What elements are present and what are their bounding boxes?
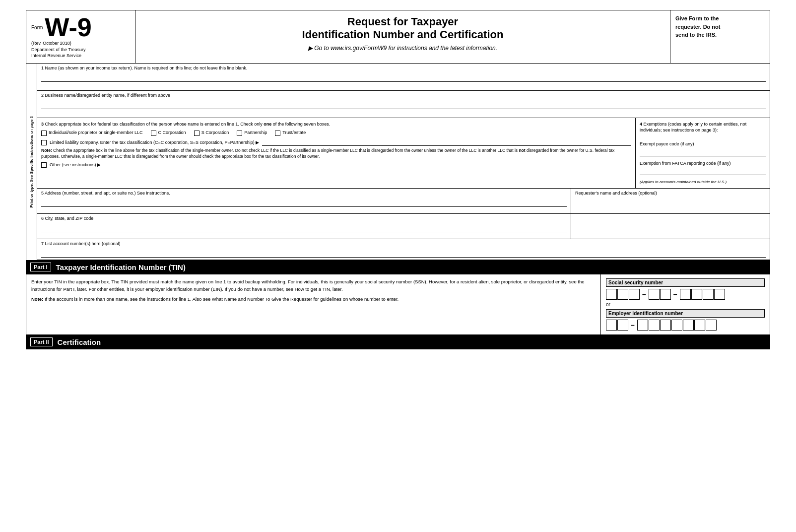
checkbox-llc-box[interactable] bbox=[41, 140, 47, 145]
field-5-label: 5 Address (number, street, and apt. or s… bbox=[41, 191, 567, 197]
requester-area: Requester's name and address (optional) bbox=[571, 189, 770, 213]
ein-boxes: – bbox=[606, 320, 765, 331]
ein-box-6[interactable] bbox=[671, 320, 682, 331]
w9-form: Form W-9 (Rev. October 2018) Department … bbox=[26, 10, 770, 349]
ssn-box-7[interactable] bbox=[691, 289, 702, 300]
checkbox-c-corp-label: C Corporation bbox=[158, 130, 186, 135]
ssn-group-1 bbox=[606, 289, 640, 300]
field-1-input[interactable] bbox=[41, 73, 766, 82]
requester-label: Requester's name and address (optional) bbox=[575, 191, 766, 197]
ssn-label: Social security number bbox=[606, 278, 765, 287]
exempt-payee-input[interactable] bbox=[640, 148, 766, 156]
part-i-body: Enter your TIN in the appropriate box. T… bbox=[26, 274, 770, 335]
llc-label: Limited liability company. Enter the tax… bbox=[50, 140, 259, 145]
ein-dash: – bbox=[630, 321, 636, 329]
address-area: 5 Address (number, street, and apt. or s… bbox=[37, 189, 770, 214]
checkbox-c-corp: C Corporation bbox=[151, 130, 186, 136]
ein-box-2[interactable] bbox=[617, 320, 628, 331]
llc-input[interactable] bbox=[262, 139, 631, 146]
ssn-box-8[interactable] bbox=[703, 289, 714, 300]
part-ii-title: Certification bbox=[58, 338, 101, 346]
requester-area-2 bbox=[571, 214, 770, 239]
header-left: Form W-9 (Rev. October 2018) Department … bbox=[26, 10, 135, 63]
ssn-group-3 bbox=[680, 289, 725, 300]
field-2-input[interactable] bbox=[41, 100, 766, 109]
classification-left: 3 Check appropriate box for federal tax … bbox=[37, 118, 636, 188]
field-1-label: 1 Name (as shown on your income tax retu… bbox=[41, 66, 766, 71]
field-7-label: 7 List account number(s) here (optional) bbox=[41, 241, 766, 247]
field-6-label: 6 City, state, and ZIP code bbox=[41, 216, 567, 222]
ein-box-3[interactable] bbox=[637, 320, 648, 331]
part-i-note: Note: If the account is in more than one… bbox=[31, 296, 596, 303]
field-2-row: 2 Business name/disregarded entity name,… bbox=[37, 91, 770, 118]
part-i-tin-area: Social security number – – bbox=[601, 274, 770, 334]
ssn-box-3[interactable] bbox=[629, 289, 640, 300]
part-i-header: Part I Taxpayer Identification Number (T… bbox=[26, 260, 770, 274]
checkbox-individual-box[interactable] bbox=[41, 131, 47, 136]
ein-box-5[interactable] bbox=[660, 320, 671, 331]
part-i-text-area: Enter your TIN in the appropriate box. T… bbox=[26, 274, 601, 334]
ein-box-9[interactable] bbox=[706, 320, 717, 331]
field-5-area: 5 Address (number, street, and apt. or s… bbox=[37, 189, 571, 213]
ein-box-1[interactable] bbox=[606, 320, 617, 331]
fatca-input[interactable] bbox=[640, 167, 766, 175]
classification-area: 3 Check appropriate box for federal tax … bbox=[37, 118, 770, 189]
department: Department of the Treasury bbox=[31, 47, 130, 53]
ssn-dash-1: – bbox=[641, 290, 647, 298]
checkbox-s-corp-box[interactable] bbox=[194, 131, 199, 136]
ssn-box-4[interactable] bbox=[649, 289, 660, 300]
note-text: Note: Check the appropriate box in the l… bbox=[41, 148, 631, 160]
field-7-area: 7 List account number(s) here (optional) bbox=[37, 239, 770, 261]
field-6-area: 6 City, state, and ZIP code bbox=[37, 214, 571, 239]
field-1-row: 1 Name (as shown on your income tax retu… bbox=[37, 64, 770, 91]
exempt-payee-label: Exempt payee code (if any) bbox=[640, 141, 766, 147]
field-3-label: 3 Check appropriate box for federal tax … bbox=[41, 121, 631, 128]
form-header: Form W-9 (Rev. October 2018) Department … bbox=[26, 10, 770, 64]
llc-row: Limited liability company. Enter the tax… bbox=[41, 139, 631, 146]
city-area: 6 City, state, and ZIP code bbox=[37, 214, 770, 239]
checkbox-other-box[interactable] bbox=[41, 162, 47, 168]
give-form-line2: requester. Do not bbox=[675, 24, 720, 30]
ssn-box-6[interactable] bbox=[680, 289, 691, 300]
field-6-input[interactable] bbox=[41, 223, 567, 232]
header-center: Request for Taxpayer Identification Numb… bbox=[135, 10, 670, 63]
checkbox-trust-box[interactable] bbox=[275, 131, 280, 136]
ssn-box-9[interactable] bbox=[714, 289, 725, 300]
checkbox-partnership-box[interactable] bbox=[237, 131, 242, 136]
other-label: Other (see instructions) ▶ bbox=[50, 162, 101, 167]
part-i-body-text: Enter your TIN in the appropriate box. T… bbox=[31, 278, 596, 293]
part-i-title: Taxpayer Identification Number (TIN) bbox=[56, 263, 186, 271]
checkbox-c-corp-box[interactable] bbox=[151, 131, 156, 136]
form-body: Print or type. See Specific Instructions… bbox=[26, 64, 770, 261]
checkbox-partnership-label: Partnership bbox=[244, 130, 267, 135]
form-subtitle: ▶ Go to www.irs.gov/FormW9 for instructi… bbox=[145, 45, 660, 52]
field-2-label: 2 Business name/disregarded entity name,… bbox=[41, 93, 766, 99]
form-label: Form bbox=[31, 25, 43, 30]
form-fields: 1 Name (as shown on your income tax retu… bbox=[37, 64, 770, 261]
field-5-input[interactable] bbox=[41, 198, 567, 207]
ein-group-1 bbox=[606, 320, 628, 331]
ein-box-7[interactable] bbox=[683, 320, 694, 331]
form-title: Request for Taxpayer Identification Numb… bbox=[145, 15, 660, 42]
ssn-box-5[interactable] bbox=[660, 289, 671, 300]
ssn-box-1[interactable] bbox=[606, 289, 617, 300]
checkboxes-row: Individual/sole proprietor or single-mem… bbox=[41, 130, 631, 136]
fatca-label: Exemption from FATCA reporting code (if … bbox=[640, 160, 766, 167]
part-ii-header: Part II Certification bbox=[26, 335, 770, 349]
ein-box-4[interactable] bbox=[649, 320, 660, 331]
checkbox-s-corp-label: S Corporation bbox=[201, 130, 229, 135]
applies-note: (Applies to accounts maintained outside … bbox=[640, 179, 766, 185]
give-form-line3: send to the IRS. bbox=[675, 32, 717, 38]
or-text: or bbox=[606, 302, 765, 307]
header-right: Give Form to the requester. Do not send … bbox=[670, 10, 770, 63]
ssn-box-2[interactable] bbox=[617, 289, 628, 300]
ein-label: Employer identification number bbox=[606, 309, 765, 318]
ssn-group-2 bbox=[649, 289, 671, 300]
exemptions-header: 4 Exemptions (codes apply only to certai… bbox=[640, 121, 766, 133]
sidebar-text: Print or type. See Specific Instructions… bbox=[29, 116, 34, 208]
ein-group-2 bbox=[637, 320, 717, 331]
ein-box-8[interactable] bbox=[694, 320, 705, 331]
sidebar: Print or type. See Specific Instructions… bbox=[26, 64, 37, 261]
ssn-boxes: – – bbox=[606, 289, 765, 300]
field-7-input[interactable] bbox=[41, 249, 766, 258]
